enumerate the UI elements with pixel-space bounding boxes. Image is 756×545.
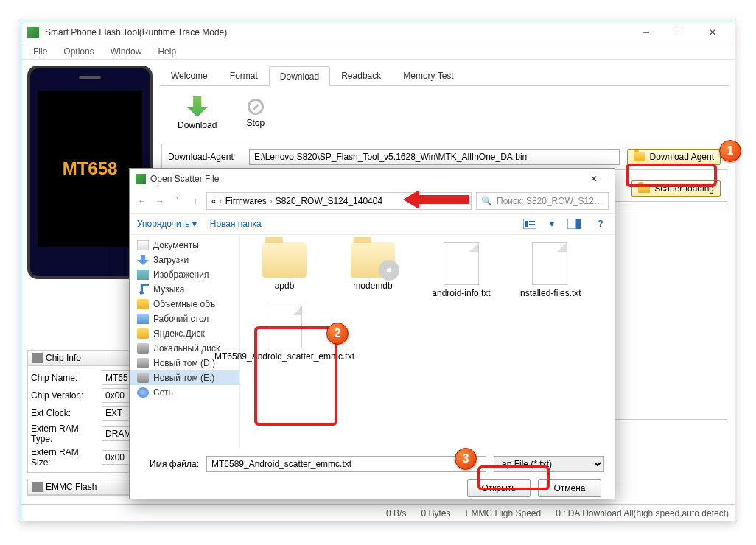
svg-rect-2 bbox=[529, 221, 535, 222]
close-button[interactable]: ✕ bbox=[696, 22, 729, 43]
dialog-title: Open Scatter File bbox=[150, 174, 579, 184]
menu-help[interactable]: Help bbox=[155, 45, 179, 57]
svg-marker-6 bbox=[403, 190, 469, 209]
file-item[interactable]: android-info.txt bbox=[424, 242, 498, 298]
tree-item[interactable]: Музыка bbox=[130, 282, 239, 297]
preview-pane-icon[interactable] bbox=[567, 219, 581, 229]
search-input[interactable]: 🔍 Поиск: S820_ROW_S124_140404 bbox=[476, 192, 609, 210]
svg-rect-4 bbox=[567, 219, 575, 229]
download-button[interactable]: Download bbox=[178, 96, 217, 130]
svg-rect-5 bbox=[576, 219, 581, 229]
dialog-icon bbox=[136, 174, 146, 184]
annotation-arrow bbox=[403, 190, 469, 209]
search-icon: 🔍 bbox=[481, 196, 492, 206]
nav-up-icon[interactable]: ↑ bbox=[189, 196, 202, 206]
nav-forward-icon[interactable]: → bbox=[153, 196, 167, 206]
file-item[interactable]: apdb bbox=[248, 242, 321, 298]
tree-item[interactable]: Яндекс.Диск bbox=[130, 326, 239, 341]
status-bytes: 0 Bytes bbox=[421, 508, 450, 518]
filename-label: Имя файла: bbox=[140, 459, 199, 469]
emmc-header: EMMC Flash bbox=[46, 482, 97, 492]
folder-tree[interactable]: ДокументыЗагрузкиИзображенияМузыкаОбъемн… bbox=[130, 235, 240, 449]
ic-folder-icon bbox=[137, 299, 149, 309]
tree-item[interactable]: Сеть bbox=[130, 385, 239, 400]
status-usb: 0 : DA Download All(high speed,auto dete… bbox=[556, 508, 729, 518]
annotation-highlight-3 bbox=[477, 465, 550, 490]
open-scatter-dialog: Open Scatter File ✕ ← → ˅ ↑ « ‹ Firmware… bbox=[129, 168, 615, 499]
menu-file[interactable]: File bbox=[30, 45, 50, 57]
tree-item[interactable]: Изображения bbox=[130, 267, 239, 282]
annotation-highlight-1 bbox=[626, 164, 717, 187]
app-icon bbox=[27, 27, 39, 38]
status-mode: EMMC High Speed bbox=[465, 508, 541, 518]
document-icon bbox=[532, 242, 567, 285]
tab-download[interactable]: Download bbox=[269, 66, 330, 86]
minimize-button[interactable]: ─ bbox=[629, 22, 662, 43]
file-item[interactable]: modemdb bbox=[336, 242, 410, 298]
tab-format[interactable]: Format bbox=[219, 66, 269, 85]
tree-item[interactable]: Новый том (E:) bbox=[130, 370, 239, 385]
tree-item[interactable]: Документы bbox=[130, 238, 239, 253]
new-folder-button[interactable]: Новая папка bbox=[210, 219, 262, 229]
document-icon bbox=[444, 242, 479, 285]
view-options-icon[interactable] bbox=[523, 219, 536, 229]
annotation-badge-3: 3 bbox=[455, 448, 477, 470]
ic-disk-icon bbox=[137, 343, 149, 354]
download-agent-path[interactable] bbox=[249, 149, 620, 165]
menubar: File Options Window Help bbox=[21, 43, 735, 60]
svg-rect-1 bbox=[525, 221, 528, 227]
download-agent-button[interactable]: Download Agent bbox=[627, 149, 721, 165]
tab-readback[interactable]: Readback bbox=[330, 66, 392, 85]
tab-memory-test[interactable]: Memory Test bbox=[392, 66, 464, 85]
folder-icon bbox=[634, 152, 645, 161]
titlebar: Smart Phone Flash Tool(Runtime Trace Mod… bbox=[21, 21, 735, 43]
maximize-button[interactable]: ☐ bbox=[662, 22, 696, 43]
ic-pic-icon bbox=[137, 270, 149, 280]
folder-icon bbox=[262, 242, 307, 278]
menu-options[interactable]: Options bbox=[60, 45, 97, 57]
phone-chip-label: MT658 bbox=[38, 91, 142, 247]
annotation-badge-1: 1 bbox=[719, 140, 741, 162]
annotation-badge-2: 2 bbox=[326, 323, 349, 345]
ic-dl-icon bbox=[137, 255, 149, 265]
annotation-highlight-2 bbox=[254, 326, 337, 426]
stop-icon bbox=[248, 99, 264, 115]
organize-button[interactable]: Упорядочить ▾ bbox=[137, 219, 197, 229]
ic-disk-icon bbox=[137, 373, 149, 383]
tree-item[interactable]: Объемные объ bbox=[130, 297, 239, 312]
statusbar: 0 B/s 0 Bytes EMMC High Speed 0 : DA Dow… bbox=[21, 504, 735, 521]
nav-recent-icon[interactable]: ˅ bbox=[171, 196, 184, 206]
status-speed: 0 B/s bbox=[386, 508, 406, 518]
chip-icon bbox=[32, 353, 43, 363]
flash-icon bbox=[32, 482, 43, 492]
file-item[interactable]: installed-files.txt bbox=[513, 242, 587, 298]
ic-net-icon bbox=[137, 387, 149, 398]
download-agent-label: Download-Agent bbox=[168, 152, 242, 162]
view-dropdown-icon[interactable]: ▾ bbox=[550, 219, 554, 229]
download-arrow-icon bbox=[187, 96, 208, 117]
svg-rect-3 bbox=[529, 224, 535, 225]
ic-folder-icon bbox=[137, 328, 149, 339]
stop-button[interactable]: Stop bbox=[246, 99, 265, 128]
menu-window[interactable]: Window bbox=[108, 45, 145, 57]
filename-input[interactable] bbox=[206, 456, 486, 472]
folder-cd-icon bbox=[351, 242, 395, 278]
ic-disk-icon bbox=[137, 358, 149, 368]
tab-strip: Welcome Format Download Readback Memory … bbox=[160, 66, 729, 86]
ic-desktop-icon bbox=[137, 314, 149, 324]
tree-item[interactable]: Загрузки bbox=[130, 253, 239, 267]
window-title: Smart Phone Flash Tool(Runtime Trace Mod… bbox=[45, 27, 629, 38]
nav-back-icon[interactable]: ← bbox=[136, 196, 149, 206]
dialog-close-button[interactable]: ✕ bbox=[579, 174, 609, 184]
chevron-down-icon: ▾ bbox=[192, 219, 197, 229]
help-icon[interactable]: ? bbox=[594, 219, 607, 229]
ic-doc-icon bbox=[137, 240, 149, 250]
tree-item[interactable]: Рабочий стол bbox=[130, 312, 239, 326]
ic-music-icon bbox=[137, 284, 149, 295]
chip-info-header: Chip Info bbox=[46, 353, 81, 363]
tab-welcome[interactable]: Welcome bbox=[160, 66, 219, 85]
